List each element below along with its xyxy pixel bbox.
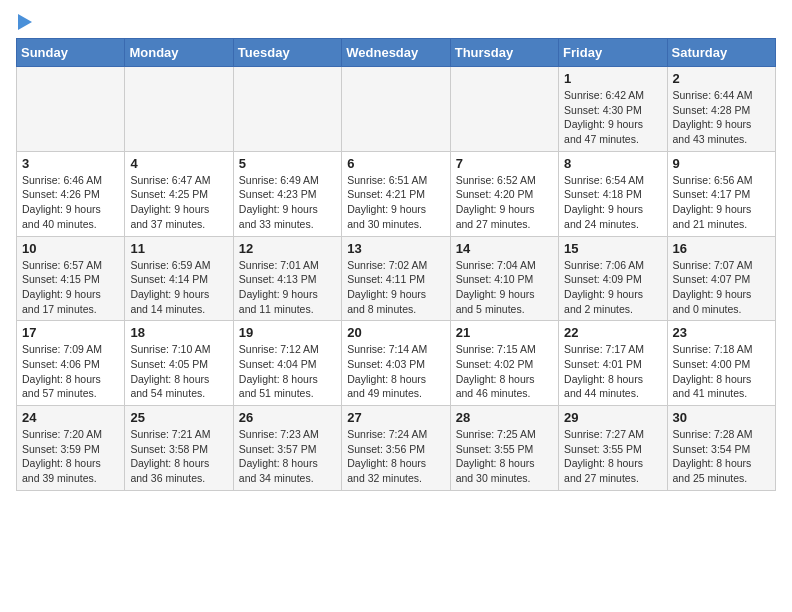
calendar-cell [450, 67, 558, 152]
day-number: 2 [673, 71, 770, 86]
calendar-cell: 4Sunrise: 6:47 AM Sunset: 4:25 PM Daylig… [125, 151, 233, 236]
day-info: Sunrise: 6:51 AM Sunset: 4:21 PM Dayligh… [347, 173, 444, 232]
day-number: 5 [239, 156, 336, 171]
day-info: Sunrise: 7:15 AM Sunset: 4:02 PM Dayligh… [456, 342, 553, 401]
day-number: 9 [673, 156, 770, 171]
calendar-week-1: 1Sunrise: 6:42 AM Sunset: 4:30 PM Daylig… [17, 67, 776, 152]
day-number: 17 [22, 325, 119, 340]
calendar-cell: 6Sunrise: 6:51 AM Sunset: 4:21 PM Daylig… [342, 151, 450, 236]
day-info: Sunrise: 6:54 AM Sunset: 4:18 PM Dayligh… [564, 173, 661, 232]
day-info: Sunrise: 6:57 AM Sunset: 4:15 PM Dayligh… [22, 258, 119, 317]
day-info: Sunrise: 7:24 AM Sunset: 3:56 PM Dayligh… [347, 427, 444, 486]
calendar-cell: 24Sunrise: 7:20 AM Sunset: 3:59 PM Dayli… [17, 406, 125, 491]
day-number: 20 [347, 325, 444, 340]
header-row: SundayMondayTuesdayWednesdayThursdayFrid… [17, 39, 776, 67]
day-info: Sunrise: 7:20 AM Sunset: 3:59 PM Dayligh… [22, 427, 119, 486]
day-number: 11 [130, 241, 227, 256]
calendar-cell: 23Sunrise: 7:18 AM Sunset: 4:00 PM Dayli… [667, 321, 775, 406]
day-info: Sunrise: 7:28 AM Sunset: 3:54 PM Dayligh… [673, 427, 770, 486]
calendar-cell: 26Sunrise: 7:23 AM Sunset: 3:57 PM Dayli… [233, 406, 341, 491]
header-cell-monday: Monday [125, 39, 233, 67]
calendar-cell: 18Sunrise: 7:10 AM Sunset: 4:05 PM Dayli… [125, 321, 233, 406]
calendar-cell: 7Sunrise: 6:52 AM Sunset: 4:20 PM Daylig… [450, 151, 558, 236]
calendar-cell: 8Sunrise: 6:54 AM Sunset: 4:18 PM Daylig… [559, 151, 667, 236]
page-header [16, 16, 776, 30]
day-number: 14 [456, 241, 553, 256]
day-info: Sunrise: 6:47 AM Sunset: 4:25 PM Dayligh… [130, 173, 227, 232]
logo-arrow-icon [18, 14, 32, 30]
day-number: 8 [564, 156, 661, 171]
day-number: 26 [239, 410, 336, 425]
day-info: Sunrise: 7:04 AM Sunset: 4:10 PM Dayligh… [456, 258, 553, 317]
day-number: 12 [239, 241, 336, 256]
day-number: 19 [239, 325, 336, 340]
day-info: Sunrise: 7:14 AM Sunset: 4:03 PM Dayligh… [347, 342, 444, 401]
day-info: Sunrise: 7:25 AM Sunset: 3:55 PM Dayligh… [456, 427, 553, 486]
day-number: 21 [456, 325, 553, 340]
calendar-header: SundayMondayTuesdayWednesdayThursdayFrid… [17, 39, 776, 67]
day-info: Sunrise: 7:10 AM Sunset: 4:05 PM Dayligh… [130, 342, 227, 401]
day-number: 23 [673, 325, 770, 340]
day-number: 16 [673, 241, 770, 256]
calendar-cell: 27Sunrise: 7:24 AM Sunset: 3:56 PM Dayli… [342, 406, 450, 491]
calendar-cell [17, 67, 125, 152]
calendar-body: 1Sunrise: 6:42 AM Sunset: 4:30 PM Daylig… [17, 67, 776, 491]
calendar-cell: 2Sunrise: 6:44 AM Sunset: 4:28 PM Daylig… [667, 67, 775, 152]
day-info: Sunrise: 7:09 AM Sunset: 4:06 PM Dayligh… [22, 342, 119, 401]
calendar-cell: 19Sunrise: 7:12 AM Sunset: 4:04 PM Dayli… [233, 321, 341, 406]
header-cell-wednesday: Wednesday [342, 39, 450, 67]
header-cell-friday: Friday [559, 39, 667, 67]
day-info: Sunrise: 7:23 AM Sunset: 3:57 PM Dayligh… [239, 427, 336, 486]
calendar-cell: 25Sunrise: 7:21 AM Sunset: 3:58 PM Dayli… [125, 406, 233, 491]
calendar-cell: 9Sunrise: 6:56 AM Sunset: 4:17 PM Daylig… [667, 151, 775, 236]
day-number: 15 [564, 241, 661, 256]
calendar-cell: 10Sunrise: 6:57 AM Sunset: 4:15 PM Dayli… [17, 236, 125, 321]
day-info: Sunrise: 6:46 AM Sunset: 4:26 PM Dayligh… [22, 173, 119, 232]
day-number: 1 [564, 71, 661, 86]
day-number: 29 [564, 410, 661, 425]
calendar-week-5: 24Sunrise: 7:20 AM Sunset: 3:59 PM Dayli… [17, 406, 776, 491]
day-number: 28 [456, 410, 553, 425]
day-info: Sunrise: 7:21 AM Sunset: 3:58 PM Dayligh… [130, 427, 227, 486]
calendar-cell: 29Sunrise: 7:27 AM Sunset: 3:55 PM Dayli… [559, 406, 667, 491]
calendar-cell: 1Sunrise: 6:42 AM Sunset: 4:30 PM Daylig… [559, 67, 667, 152]
day-info: Sunrise: 6:42 AM Sunset: 4:30 PM Dayligh… [564, 88, 661, 147]
calendar-table: SundayMondayTuesdayWednesdayThursdayFrid… [16, 38, 776, 491]
calendar-cell: 17Sunrise: 7:09 AM Sunset: 4:06 PM Dayli… [17, 321, 125, 406]
day-number: 4 [130, 156, 227, 171]
calendar-cell [125, 67, 233, 152]
day-number: 24 [22, 410, 119, 425]
calendar-cell: 13Sunrise: 7:02 AM Sunset: 4:11 PM Dayli… [342, 236, 450, 321]
calendar-cell: 28Sunrise: 7:25 AM Sunset: 3:55 PM Dayli… [450, 406, 558, 491]
calendar-week-4: 17Sunrise: 7:09 AM Sunset: 4:06 PM Dayli… [17, 321, 776, 406]
calendar-cell: 20Sunrise: 7:14 AM Sunset: 4:03 PM Dayli… [342, 321, 450, 406]
calendar-cell: 3Sunrise: 6:46 AM Sunset: 4:26 PM Daylig… [17, 151, 125, 236]
day-number: 6 [347, 156, 444, 171]
day-number: 18 [130, 325, 227, 340]
day-number: 10 [22, 241, 119, 256]
day-info: Sunrise: 6:52 AM Sunset: 4:20 PM Dayligh… [456, 173, 553, 232]
day-info: Sunrise: 6:44 AM Sunset: 4:28 PM Dayligh… [673, 88, 770, 147]
day-number: 25 [130, 410, 227, 425]
day-info: Sunrise: 7:18 AM Sunset: 4:00 PM Dayligh… [673, 342, 770, 401]
calendar-cell: 22Sunrise: 7:17 AM Sunset: 4:01 PM Dayli… [559, 321, 667, 406]
day-info: Sunrise: 7:27 AM Sunset: 3:55 PM Dayligh… [564, 427, 661, 486]
day-number: 22 [564, 325, 661, 340]
day-info: Sunrise: 7:07 AM Sunset: 4:07 PM Dayligh… [673, 258, 770, 317]
day-info: Sunrise: 7:06 AM Sunset: 4:09 PM Dayligh… [564, 258, 661, 317]
header-cell-thursday: Thursday [450, 39, 558, 67]
calendar-cell: 11Sunrise: 6:59 AM Sunset: 4:14 PM Dayli… [125, 236, 233, 321]
day-info: Sunrise: 7:12 AM Sunset: 4:04 PM Dayligh… [239, 342, 336, 401]
calendar-cell [233, 67, 341, 152]
calendar-week-2: 3Sunrise: 6:46 AM Sunset: 4:26 PM Daylig… [17, 151, 776, 236]
calendar-cell: 15Sunrise: 7:06 AM Sunset: 4:09 PM Dayli… [559, 236, 667, 321]
header-cell-sunday: Sunday [17, 39, 125, 67]
header-cell-saturday: Saturday [667, 39, 775, 67]
day-number: 7 [456, 156, 553, 171]
day-number: 13 [347, 241, 444, 256]
calendar-cell: 16Sunrise: 7:07 AM Sunset: 4:07 PM Dayli… [667, 236, 775, 321]
calendar-cell [342, 67, 450, 152]
day-number: 27 [347, 410, 444, 425]
day-info: Sunrise: 6:49 AM Sunset: 4:23 PM Dayligh… [239, 173, 336, 232]
day-number: 3 [22, 156, 119, 171]
